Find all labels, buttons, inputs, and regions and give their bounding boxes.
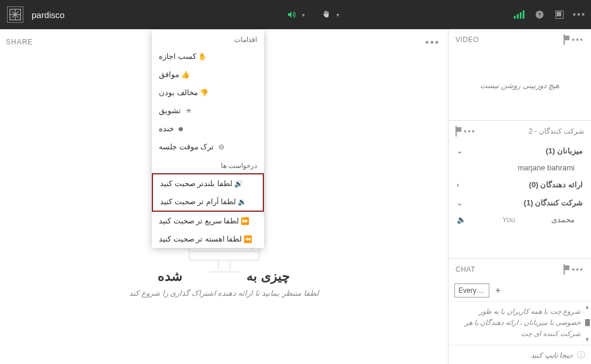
request-slower[interactable]: ⏪لطفا اهسته تر صحبت کنید	[152, 230, 264, 248]
request-softer[interactable]: 🔉لطفا آرام تر صحبت کنید	[153, 192, 263, 211]
request-faster[interactable]: ⏩لطفا سریع تر صحبت کنید	[152, 212, 264, 230]
chat-tab-everyone[interactable]: Everyo…	[454, 284, 489, 298]
room-name: pardisco	[32, 10, 65, 20]
chat-input[interactable]	[454, 351, 572, 359]
mic-icon: 🔈	[457, 215, 466, 224]
participants-panel: شرکت کنندگان - 2 ••• میزبانان (1) ⌄ marj…	[449, 121, 591, 259]
svg-text:?: ?	[538, 12, 541, 18]
speaker-icon[interactable]	[287, 10, 296, 19]
share-area: SHARE ••• اقدامات ✋کسب اجازه 👍موافق 👎مخا…	[0, 29, 448, 364]
speaker-chevron-icon[interactable]: ▾	[302, 12, 305, 18]
actions-dropdown: اقدامات ✋کسب اجازه 👍موافق 👎مخالف بودن ✳ت…	[152, 30, 264, 248]
app-logo	[7, 6, 23, 23]
video-panel: VIDEO ••• هیچ دوربینی روشن نیست	[449, 29, 591, 121]
action-laugh[interactable]: ☻خنده	[152, 120, 264, 138]
dropdown-section-requests: درخواست ها	[152, 156, 264, 173]
attendees-group[interactable]: شرکت کنندگان (1) ⌄	[449, 194, 591, 212]
host-user[interactable]: marjane bahrami	[449, 160, 591, 176]
laugh-icon: ☻	[176, 125, 185, 133]
chat-messages: ▲ شروع چت با همه کاربران یا به طور خصوصی…	[449, 302, 591, 345]
highlighted-items: 🔊لطفا بلندتر صحبت کنید 🔉لطفا آرام تر صحب…	[152, 173, 264, 212]
hand-icon[interactable]	[321, 10, 331, 19]
connection-icon[interactable]	[514, 10, 524, 19]
sidebar: VIDEO ••• هیچ دوربینی روشن نیست شرکت کنن…	[448, 29, 591, 364]
chat-label: CHAT	[456, 265, 475, 274]
video-label: VIDEO	[456, 36, 479, 44]
attendee-user[interactable]: محمدی You 🔈	[449, 212, 591, 228]
participants-more-icon[interactable]: •••	[464, 127, 476, 136]
share-empty-state: چیزی به شده لطفا منتظر بمانید تا ارائه د…	[129, 269, 318, 298]
action-applause[interactable]: ✳تشویق	[152, 102, 264, 120]
more-icon[interactable]: •••	[575, 10, 584, 19]
help-icon[interactable]: ?	[535, 10, 544, 19]
hand-chevron-icon[interactable]: ▾	[336, 12, 339, 18]
vol-up-icon: 🔊	[235, 180, 243, 188]
video-fullscreen-icon[interactable]	[564, 35, 565, 44]
video-empty-text: هیچ دوربینی روشن نیست	[449, 50, 591, 120]
away-icon: ⊖	[216, 143, 224, 151]
chat-add-tab[interactable]: +	[495, 285, 500, 296]
clap-icon: ✳	[183, 107, 192, 115]
hand-small-icon: ✋	[199, 52, 207, 61]
video-more-icon[interactable]: •••	[572, 35, 584, 44]
action-step-away[interactable]: ⊖ترک موقت جلسه	[152, 138, 264, 156]
info-icon[interactable]: ⓘ	[577, 350, 585, 360]
share-more-icon[interactable]: •••	[425, 37, 440, 49]
share-label: SHARE	[6, 38, 33, 46]
chevron-down-icon: ⌄	[457, 147, 463, 155]
chat-hint: شروع چت با همه کاربران یا به طور خصوصی ب…	[453, 306, 580, 340]
chevron-right-icon: ›	[457, 181, 459, 189]
action-raise-hand[interactable]: ✋کسب اجازه	[152, 47, 264, 65]
action-agree[interactable]: 👍موافق	[152, 65, 264, 83]
share-subtitle: لطفا منتظر بمانید تا ارائه دهنده اشتراک …	[129, 289, 318, 298]
slow-icon: ⏪	[244, 235, 252, 243]
scroll-up-icon[interactable]: ▲	[585, 304, 590, 310]
scrollbar-handle[interactable]	[585, 319, 590, 326]
hosts-group[interactable]: میزبانان (1) ⌄	[449, 142, 591, 160]
chevron-down-icon: ⌄	[457, 199, 463, 207]
thumbs-down-icon: 👎	[200, 89, 208, 97]
chat-panel: CHAT ••• Everyo… + ▲ شروع چت با همه کارب…	[449, 259, 591, 364]
top-bar: pardisco ▾ ▾ ? •••	[0, 0, 591, 29]
chat-fullscreen-icon[interactable]	[564, 265, 565, 274]
fast-icon: ⏩	[241, 217, 249, 225]
fullscreen-icon[interactable]	[555, 10, 564, 19]
dropdown-section-actions: اقدامات	[152, 30, 264, 47]
participants-fullscreen-icon[interactable]	[456, 127, 457, 136]
thumbs-up-icon: 👍	[182, 71, 190, 79]
scroll-down-icon[interactable]: ▼	[585, 337, 590, 342]
chat-more-icon[interactable]: •••	[572, 265, 584, 274]
action-disagree[interactable]: 👎مخالف بودن	[152, 83, 264, 102]
request-louder[interactable]: 🔊لطفا بلندتر صحبت کنید	[153, 174, 263, 192]
presenters-group[interactable]: ارائه دهندگان (0) ›	[449, 176, 591, 194]
vol-down-icon: 🔉	[238, 198, 246, 206]
